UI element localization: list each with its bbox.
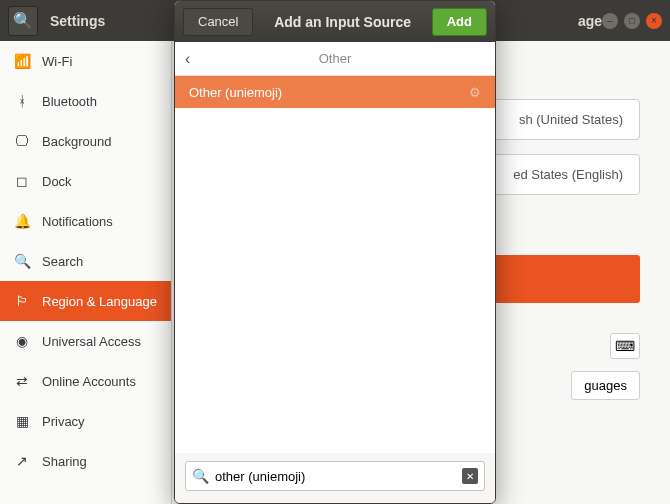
sidebar-item-sharing[interactable]: ↗Sharing xyxy=(0,441,171,481)
list-item-label: Other (uniemoji) xyxy=(189,85,282,100)
window-title: Settings xyxy=(50,13,105,29)
list-item[interactable]: Other (uniemoji) ⚙ xyxy=(175,76,495,108)
search-input[interactable] xyxy=(215,469,456,484)
page-title-suffix: age xyxy=(578,13,602,29)
flag-icon: 🏳 xyxy=(14,293,30,309)
keyboard-icon: ⌨ xyxy=(615,338,635,354)
sidebar-item-wifi[interactable]: 📶Wi-Fi xyxy=(0,41,171,81)
gear-icon[interactable]: ⚙ xyxy=(469,85,481,100)
keyboard-layout-button[interactable]: ⌨ xyxy=(610,333,640,359)
input-source-list: Other (uniemoji) ⚙ xyxy=(175,76,495,453)
background-icon: 🖵 xyxy=(14,133,30,149)
sidebar-item-dock[interactable]: ◻Dock xyxy=(0,161,171,201)
sidebar-item-notifications[interactable]: 🔔Notifications xyxy=(0,201,171,241)
sidebar-item-search[interactable]: 🔍Search xyxy=(0,241,171,281)
sidebar-item-label: Bluetooth xyxy=(42,94,97,109)
share-icon: ↗ xyxy=(14,453,30,469)
sidebar-item-label: Dock xyxy=(42,174,72,189)
sidebar-item-label: Online Accounts xyxy=(42,374,136,389)
add-input-source-dialog: Cancel Add an Input Source Add ‹ Other O… xyxy=(174,0,496,504)
sidebar-item-label: Region & Language xyxy=(42,294,157,309)
dialog-title: Add an Input Source xyxy=(274,14,411,30)
manage-languages-button[interactable]: guages xyxy=(571,371,640,400)
dialog-category: Other xyxy=(319,51,352,66)
add-button[interactable]: Add xyxy=(432,8,487,36)
bell-icon: 🔔 xyxy=(14,213,30,229)
minimize-button[interactable]: – xyxy=(602,13,618,29)
sidebar-item-label: Notifications xyxy=(42,214,113,229)
wifi-icon: 📶 xyxy=(14,53,30,69)
dialog-header: Cancel Add an Input Source Add xyxy=(175,1,495,42)
dialog-search-bar: 🔍 ✕ xyxy=(175,453,495,503)
accessibility-icon: ◉ xyxy=(14,333,30,349)
sidebar-item-online-accounts[interactable]: ⇄Online Accounts xyxy=(0,361,171,401)
sidebar-item-label: Background xyxy=(42,134,111,149)
privacy-icon: ▦ xyxy=(14,413,30,429)
search-field[interactable]: 🔍 ✕ xyxy=(185,461,485,491)
clear-icon[interactable]: ✕ xyxy=(462,468,478,484)
titlebar-search-button[interactable]: 🔍 xyxy=(8,6,38,36)
sidebar-item-label: Privacy xyxy=(42,414,85,429)
sidebar-item-privacy[interactable]: ▦Privacy xyxy=(0,401,171,441)
bluetooth-icon: ᚼ xyxy=(14,93,30,109)
dock-icon: ◻ xyxy=(14,173,30,189)
sidebar-item-universal-access[interactable]: ◉Universal Access xyxy=(0,321,171,361)
sidebar: 📶Wi-Fi ᚼBluetooth 🖵Background ◻Dock 🔔Not… xyxy=(0,41,172,504)
close-button[interactable]: × xyxy=(646,13,662,29)
search-icon: 🔍 xyxy=(192,468,209,484)
sidebar-item-background[interactable]: 🖵Background xyxy=(0,121,171,161)
accounts-icon: ⇄ xyxy=(14,373,30,389)
back-button[interactable]: ‹ xyxy=(185,50,190,68)
search-icon: 🔍 xyxy=(14,253,30,269)
sidebar-item-label: Universal Access xyxy=(42,334,141,349)
sidebar-item-region-language[interactable]: 🏳Region & Language xyxy=(0,281,171,321)
sidebar-item-label: Search xyxy=(42,254,83,269)
dialog-subheader: ‹ Other xyxy=(175,42,495,76)
sidebar-item-label: Sharing xyxy=(42,454,87,469)
search-icon: 🔍 xyxy=(13,11,33,30)
cancel-button[interactable]: Cancel xyxy=(183,8,253,36)
sidebar-item-label: Wi-Fi xyxy=(42,54,72,69)
maximize-button[interactable]: □ xyxy=(624,13,640,29)
sidebar-item-bluetooth[interactable]: ᚼBluetooth xyxy=(0,81,171,121)
